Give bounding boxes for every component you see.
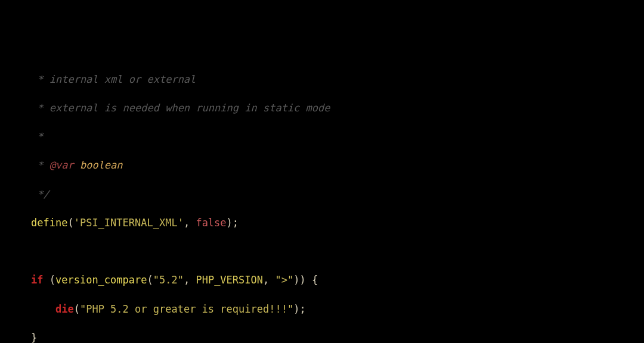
doc-comment: */ [31,188,49,200]
punct: , [263,274,275,286]
string: "5.2" [153,274,184,286]
punct: ( [43,274,55,286]
boolean: false [196,217,226,229]
function-call: define [31,217,67,229]
doc-type: boolean [74,159,123,171]
code-line: die("PHP 5.2 or greater is required!!!")… [31,302,644,316]
code-line: * [31,129,644,144]
punct: ( [67,217,73,229]
constant: PHP_VERSION [196,274,263,286]
string: "PHP 5.2 or greater is required!!!" [80,303,293,315]
punct: )) { [293,274,318,286]
code-line: define('PSI_INTERNAL_XML', false); [31,216,644,230]
string: ">" [275,274,294,286]
punct: ); [227,217,239,229]
doc-comment: * [31,159,49,171]
code-line: } [31,330,644,343]
punct: , [184,217,196,229]
doc-comment: * external is needed when running in sta… [31,102,330,114]
string: 'PSI_INTERNAL_XML' [74,217,184,229]
punct: , [184,274,196,286]
keyword: if [31,274,43,286]
code-editor[interactable]: * internal xml or external * external is… [0,58,644,344]
code-line: * internal xml or external [31,72,644,86]
code-line: * external is needed when running in sta… [31,101,644,115]
function-call: version_compare [55,274,147,286]
punct: ( [74,303,80,315]
code-line [31,244,644,258]
doc-comment: * [31,130,43,142]
doc-comment: * internal xml or external [31,73,196,85]
code-line: if (version_compare("5.2", PHP_VERSION, … [31,273,644,287]
doc-tag: @var [49,159,74,171]
code-line: */ [31,187,644,201]
punct: } [31,332,37,343]
punct: ); [293,303,305,315]
code-line: * @var boolean [31,158,644,172]
punct: ( [147,274,153,286]
keyword: die [55,303,74,315]
